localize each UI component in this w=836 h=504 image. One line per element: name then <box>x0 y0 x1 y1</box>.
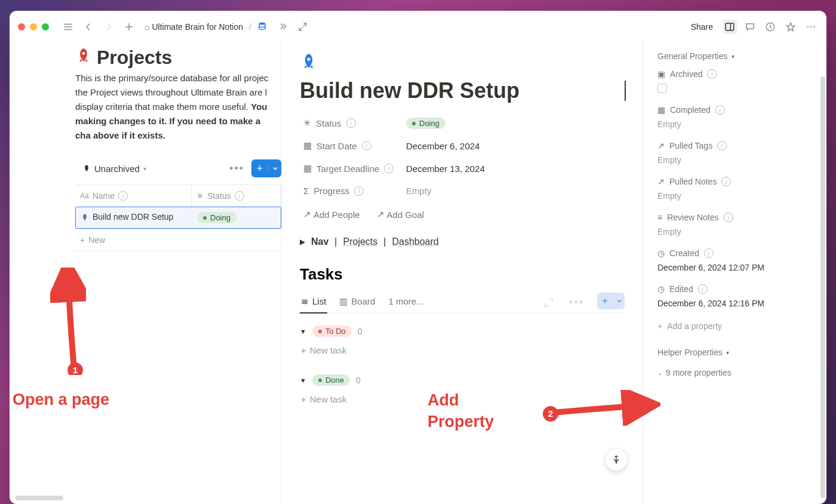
title-text: Projects <box>97 47 172 69</box>
table-row[interactable]: Build new DDR Setup Doing <box>75 207 281 229</box>
page-title-projects: Projects <box>75 47 281 69</box>
info-icon[interactable]: i <box>721 177 731 186</box>
info-icon[interactable]: i <box>715 105 725 115</box>
view-options[interactable]: ••• <box>227 162 247 175</box>
plus-icon: + <box>80 235 85 245</box>
status-tag-todo[interactable]: To Do <box>312 325 352 337</box>
status-tag-doing: Doing <box>197 212 236 223</box>
info-icon[interactable]: i <box>346 118 356 128</box>
review-notes-value[interactable]: Empty <box>657 227 812 236</box>
expand-icon[interactable] <box>542 296 556 310</box>
section-general[interactable]: General Properties▾ <box>657 51 812 61</box>
prop-created[interactable]: ◷Createdi <box>657 247 812 259</box>
peek-mode-icon[interactable] <box>723 20 737 34</box>
add-people-button[interactable]: ↗Add People <box>300 207 364 222</box>
breadcrumb-home[interactable]: ⌂ Ultimate Brain for Notion <box>142 21 245 33</box>
status-icon: ✳ <box>196 191 204 201</box>
svg-rect-1 <box>726 23 734 30</box>
breadcrumb-sep: / <box>249 22 251 32</box>
toggle-icon[interactable]: ▼ <box>300 377 306 384</box>
info-icon[interactable]: i <box>384 164 394 173</box>
expand-icon[interactable] <box>296 20 310 34</box>
row-name-cell[interactable]: Build new DDR Setup <box>76 207 192 228</box>
new-page-button[interactable] <box>122 20 136 34</box>
new-task-todo[interactable]: +New task <box>300 343 625 358</box>
tab-board[interactable]: ▥Board <box>338 293 376 313</box>
calendar-icon: ▦ <box>657 105 665 115</box>
info-icon[interactable]: i <box>118 191 128 201</box>
page-icon[interactable] <box>300 53 625 75</box>
archived-checkbox[interactable] <box>657 84 667 93</box>
info-icon[interactable]: i <box>724 213 733 222</box>
info-icon[interactable]: i <box>717 141 727 150</box>
chevron-down-icon[interactable] <box>613 298 625 304</box>
prop-archived[interactable]: ▣Archivedi <box>657 68 812 80</box>
new-task-button[interactable]: + <box>597 293 625 309</box>
info-icon[interactable]: i <box>707 69 717 79</box>
info-icon[interactable]: i <box>362 141 371 150</box>
add-goal-button[interactable]: ↗Add Goal <box>373 207 428 222</box>
rocket-icon-small <box>81 213 89 222</box>
prop-progress-value[interactable]: Empty <box>406 186 432 196</box>
col-status[interactable]: ✳ Status i <box>192 185 281 207</box>
prop-deadline[interactable]: ▦Target Deadlinei <box>300 161 406 176</box>
rollup-icon: ↗ <box>657 177 665 186</box>
archive-icon: ▣ <box>657 69 665 79</box>
info-icon[interactable]: i <box>698 284 708 294</box>
prop-progress[interactable]: ΣProgressi <box>300 183 406 198</box>
prop-deadline-value[interactable]: December 13, 2024 <box>406 164 485 174</box>
completed-value[interactable]: Empty <box>657 119 812 129</box>
maximize-window[interactable] <box>42 23 49 30</box>
chevron-down-icon[interactable] <box>268 165 281 171</box>
new-record-button[interactable]: + <box>251 159 281 177</box>
status-tag-done[interactable]: Done <box>312 374 350 386</box>
overflow-breadcrumb[interactable] <box>275 20 290 34</box>
prop-review-notes[interactable]: ≡Review Notesi <box>657 211 812 223</box>
nav-link-dashboard[interactable]: Dashboard <box>392 236 438 247</box>
svg-point-0 <box>259 22 265 24</box>
pulled-tags-value[interactable]: Empty <box>657 155 812 165</box>
prop-status[interactable]: ✳Statusi <box>300 115 406 131</box>
menu-icon[interactable] <box>61 20 75 34</box>
prop-pulled-notes[interactable]: ↗Pulled Notesi <box>657 176 812 188</box>
svg-point-4 <box>810 26 812 28</box>
new-row-button[interactable]: + New <box>75 229 281 251</box>
prop-start-value[interactable]: December 6, 2024 <box>406 141 480 151</box>
prop-edited[interactable]: ◷Editedi <box>657 283 812 295</box>
add-property-button[interactable]: +Add a property <box>657 319 812 333</box>
nav-link-projects[interactable]: Projects <box>343 236 378 247</box>
favorite-icon[interactable] <box>783 20 798 34</box>
new-task-done[interactable]: +New task <box>300 392 625 407</box>
toggle-icon[interactable]: ▶ <box>300 238 305 246</box>
more-properties-button[interactable]: ⌄9 more properties <box>657 368 812 377</box>
view-tab-unarchived[interactable]: Unarchived ▾ <box>79 161 150 176</box>
rollup-icon: ↗ <box>657 141 665 150</box>
info-icon[interactable]: i <box>704 248 714 258</box>
prop-status-value[interactable]: Doing <box>406 117 445 130</box>
row-status-cell[interactable]: Doing <box>192 207 281 228</box>
prop-start-date[interactable]: ▦Start Datei <box>300 138 406 153</box>
prop-completed[interactable]: ▦Completedi <box>657 104 812 116</box>
floating-button[interactable] <box>606 449 627 471</box>
toggle-icon[interactable]: ▼ <box>300 328 306 335</box>
share-button[interactable]: Share <box>687 20 717 34</box>
more-icon[interactable] <box>804 20 818 34</box>
col-name[interactable]: Aa Name i <box>75 185 192 207</box>
close-window[interactable] <box>18 23 25 30</box>
prop-pulled-tags[interactable]: ↗Pulled Tagsi <box>657 140 812 152</box>
updates-icon[interactable] <box>763 20 777 34</box>
tab-list[interactable]: ≣List <box>300 292 327 314</box>
pulled-notes-value[interactable]: Empty <box>657 191 812 201</box>
tab-more[interactable]: 1 more... <box>387 293 425 312</box>
back-button[interactable] <box>81 20 96 34</box>
task-view-options[interactable]: ••• <box>567 296 586 309</box>
info-icon[interactable]: i <box>354 186 364 196</box>
page-title[interactable]: Build new DDR Setup <box>300 78 625 103</box>
section-helper[interactable]: Helper Properties▾ <box>657 348 812 357</box>
minimize-window[interactable] <box>30 23 37 30</box>
comments-icon[interactable] <box>743 20 757 34</box>
forward-button[interactable] <box>102 20 116 34</box>
rocket-icon <box>75 47 92 69</box>
breadcrumb-db[interactable] <box>255 20 269 34</box>
info-icon[interactable]: i <box>235 191 244 201</box>
